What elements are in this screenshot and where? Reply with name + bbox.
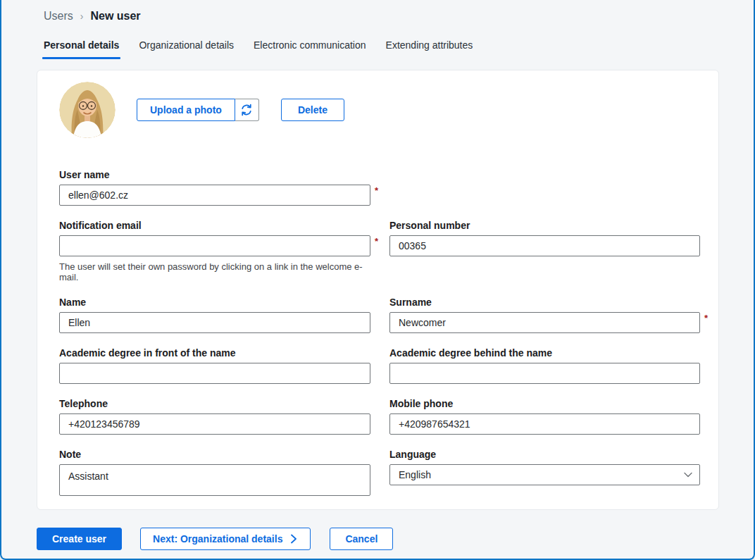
photo-section: Upload a photo Delete: [59, 82, 697, 138]
refresh-photo-button[interactable]: [235, 99, 259, 121]
name-label: Name: [59, 297, 370, 308]
spacer: [389, 169, 700, 206]
mobile-phone-input[interactable]: [389, 413, 700, 435]
upload-photo-group: Upload a photo: [137, 99, 259, 121]
tab-extending-attributes[interactable]: Extending attributes: [386, 39, 473, 59]
form-actions: Create user Next: Organizational details…: [37, 528, 754, 550]
create-user-button[interactable]: Create user: [37, 528, 122, 550]
user-avatar: [59, 82, 116, 138]
breadcrumb-users-link[interactable]: Users: [44, 10, 73, 23]
delete-photo-button[interactable]: Delete: [281, 99, 344, 121]
field-name: Name: [59, 297, 370, 333]
field-note: Note Assistant: [59, 449, 370, 499]
language-select[interactable]: English: [389, 464, 700, 485]
avatar-photo-illustration: [59, 82, 116, 138]
academic-degree-front-label: Academic degree in front of the name: [59, 347, 370, 359]
user-name-input[interactable]: [59, 185, 370, 206]
personal-number-label: Personal number: [389, 220, 700, 231]
surname-input[interactable]: [389, 312, 700, 333]
chevron-right-icon: [289, 534, 298, 544]
page-title: New user: [90, 10, 140, 23]
upload-photo-button[interactable]: Upload a photo: [137, 99, 235, 121]
personal-details-card: Upload a photo Delete User name: [37, 70, 719, 510]
telephone-label: Telephone: [59, 398, 370, 409]
field-notification-email: Notification email * The user will set t…: [59, 220, 370, 282]
field-personal-number: Personal number: [389, 220, 700, 282]
language-label: Language: [389, 449, 700, 460]
personal-details-form: User name * Notification email * The use…: [59, 169, 697, 499]
tab-electronic-communication[interactable]: Electronic communication: [254, 39, 366, 59]
breadcrumb: Users › New user: [1, 0, 754, 23]
required-asterisk: *: [704, 313, 708, 323]
academic-degree-front-input[interactable]: [59, 363, 370, 384]
tab-bar: Personal details Organizational details …: [1, 23, 754, 59]
tab-organizational-details[interactable]: Organizational details: [139, 39, 234, 59]
note-label: Note: [59, 449, 370, 460]
field-user-name: User name *: [59, 169, 370, 206]
breadcrumb-separator: ›: [80, 11, 84, 22]
surname-label: Surname: [389, 297, 700, 308]
field-surname: Surname *: [389, 297, 700, 333]
cancel-button[interactable]: Cancel: [330, 528, 393, 550]
academic-degree-behind-label: Academic degree behind the name: [389, 347, 700, 359]
sync-refresh-icon: [240, 104, 253, 116]
notification-email-label: Notification email: [59, 220, 370, 231]
name-input[interactable]: [59, 312, 370, 333]
required-asterisk: *: [375, 185, 378, 196]
personal-number-input[interactable]: [389, 235, 700, 256]
field-language: Language English: [389, 449, 700, 499]
required-asterisk: *: [375, 236, 378, 247]
field-telephone: Telephone: [59, 398, 370, 435]
mobile-phone-label: Mobile phone: [389, 398, 700, 409]
notification-email-helper-text: The user will set their own password by …: [59, 261, 370, 282]
app-window: Users › New user Personal details Organi…: [0, 0, 755, 560]
next-organizational-details-button[interactable]: Next: Organizational details: [140, 528, 311, 550]
telephone-input[interactable]: [59, 413, 370, 435]
field-mobile-phone: Mobile phone: [389, 398, 700, 435]
field-academic-degree-behind: Academic degree behind the name: [389, 347, 700, 384]
note-textarea[interactable]: Assistant: [59, 464, 370, 496]
field-academic-degree-front: Academic degree in front of the name: [59, 347, 370, 384]
notification-email-input[interactable]: [59, 235, 370, 256]
tab-personal-details[interactable]: Personal details: [44, 39, 119, 59]
next-button-label: Next: Organizational details: [153, 533, 282, 545]
academic-degree-behind-input[interactable]: [389, 363, 700, 384]
user-name-label: User name: [59, 169, 370, 180]
